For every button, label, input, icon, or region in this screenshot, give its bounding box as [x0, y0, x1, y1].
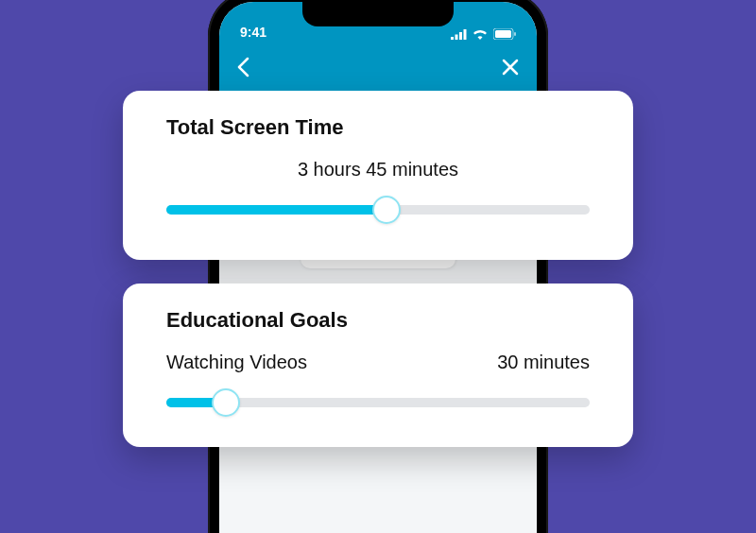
phone-notch	[302, 2, 454, 26]
total-screen-time-card: Total Screen Time 3 hours 45 minutes	[123, 91, 633, 260]
svg-rect-2	[514, 32, 516, 36]
educational-goals-slider[interactable]	[166, 390, 590, 415]
cellular-icon	[451, 29, 467, 40]
total-screen-time-title: Total Screen Time	[166, 115, 590, 140]
slider-thumb[interactable]	[212, 388, 240, 417]
educational-goals-sublabel: Watching Videos	[166, 352, 307, 373]
close-icon	[501, 58, 520, 77]
educational-goals-value: 30 minutes	[497, 352, 590, 373]
slider-fill	[166, 205, 387, 215]
total-screen-time-value: 3 hours 45 minutes	[298, 159, 458, 181]
battery-icon	[493, 28, 516, 40]
status-time: 9:41	[240, 25, 266, 40]
chevron-left-icon	[236, 57, 249, 77]
educational-goals-title: Educational Goals	[166, 308, 590, 333]
slider-thumb[interactable]	[372, 196, 401, 224]
close-button[interactable]	[501, 58, 520, 77]
phone-frame: 9:41 Alex View all of Alex's activity	[208, 0, 548, 533]
back-button[interactable]	[236, 57, 249, 77]
app-header	[219, 43, 537, 91]
svg-rect-1	[495, 30, 511, 38]
total-screen-time-slider[interactable]	[166, 198, 590, 222]
phone-screen: 9:41 Alex View all of Alex's activity	[219, 2, 537, 533]
educational-goals-card: Educational Goals Watching Videos 30 min…	[123, 284, 633, 447]
wifi-icon	[472, 28, 488, 40]
status-indicators	[451, 28, 516, 40]
